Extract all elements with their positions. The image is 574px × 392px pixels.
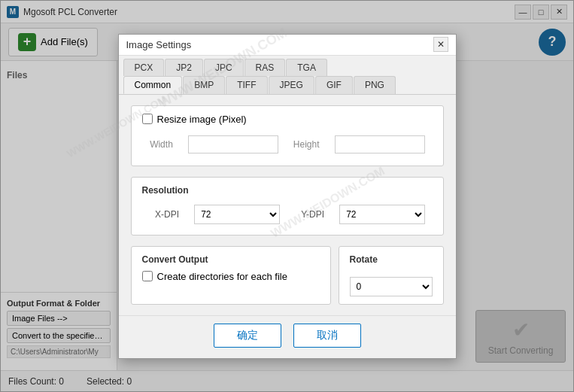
tab-tiff[interactable]: TIFF (226, 76, 267, 94)
tabs-row-2: CommonBMPTIFFJPEGGIFPNG (119, 76, 456, 95)
resize-label: Resize image (Pixel) (157, 114, 247, 125)
dialog-body: Resize image (Pixel) Width Height Resolu… (119, 95, 456, 315)
dialog: Image Settings ✕ PCXJP2JPCRASTGA CommonB… (118, 34, 457, 359)
xdpi-select[interactable]: 7296150200300600 (194, 205, 279, 224)
tab-jpc[interactable]: JPC (204, 59, 244, 76)
dialog-title: Image Settings (126, 39, 433, 50)
tab-ras[interactable]: RAS (244, 59, 286, 76)
rotate-label: Rotate (350, 254, 433, 265)
tab-gif[interactable]: GIF (315, 76, 353, 94)
resize-checkbox[interactable] (142, 114, 153, 124)
create-dirs-checkbox[interactable] (142, 271, 153, 281)
xdpi-label: X-DPI (150, 209, 180, 220)
height-label: Height (293, 139, 320, 150)
convert-rotate-row: Convert Output Create directories for ea… (131, 246, 444, 305)
size-fields-row: Width Height (142, 131, 433, 158)
tabs-row-1: PCXJP2JPCRASTGA (119, 56, 456, 77)
dialog-footer: 确定 取消 (119, 315, 456, 358)
resolution-section: Resolution X-DPI 7296150200300600 Y-DPI … (131, 177, 444, 236)
tab-tga[interactable]: TGA (286, 59, 327, 76)
rotate-select[interactable]: 090180270 (350, 277, 433, 296)
tab-jp2[interactable]: JP2 (165, 59, 203, 76)
create-dirs-row: Create directories for each file (142, 271, 320, 282)
tab-common[interactable]: Common (123, 76, 183, 94)
width-input[interactable] (188, 135, 278, 153)
modal-overlay: WWW.WEIDOWN.COM WWW.WEIDOWN.COM WWW.WEID… (0, 0, 574, 392)
tab-jpeg[interactable]: JPEG (269, 76, 314, 94)
dialog-close-button[interactable]: ✕ (433, 37, 448, 52)
dpi-row: X-DPI 7296150200300600 Y-DPI 72961502003… (142, 202, 433, 227)
rotate-box: Rotate 090180270 (339, 246, 444, 305)
convert-output-box: Convert Output Create directories for ea… (131, 246, 331, 305)
width-label: Width (150, 139, 173, 150)
cancel-button[interactable]: 取消 (293, 324, 361, 348)
dialog-title-bar: Image Settings ✕ (119, 35, 456, 56)
height-input[interactable] (335, 135, 425, 153)
confirm-button[interactable]: 确定 (214, 324, 281, 348)
tab-pcx[interactable]: PCX (123, 59, 165, 76)
convert-output-label: Convert Output (142, 254, 320, 265)
resize-section: Resize image (Pixel) Width Height (131, 105, 444, 166)
resolution-label: Resolution (142, 185, 433, 196)
tab-png[interactable]: PNG (354, 76, 396, 94)
ydpi-label: Y-DPI (295, 209, 325, 220)
create-dirs-label: Create directories for each file (157, 271, 287, 282)
resize-checkbox-row: Resize image (Pixel) (142, 114, 433, 125)
tab-bmp[interactable]: BMP (183, 76, 225, 94)
ydpi-select[interactable]: 7296150200300600 (339, 205, 424, 224)
